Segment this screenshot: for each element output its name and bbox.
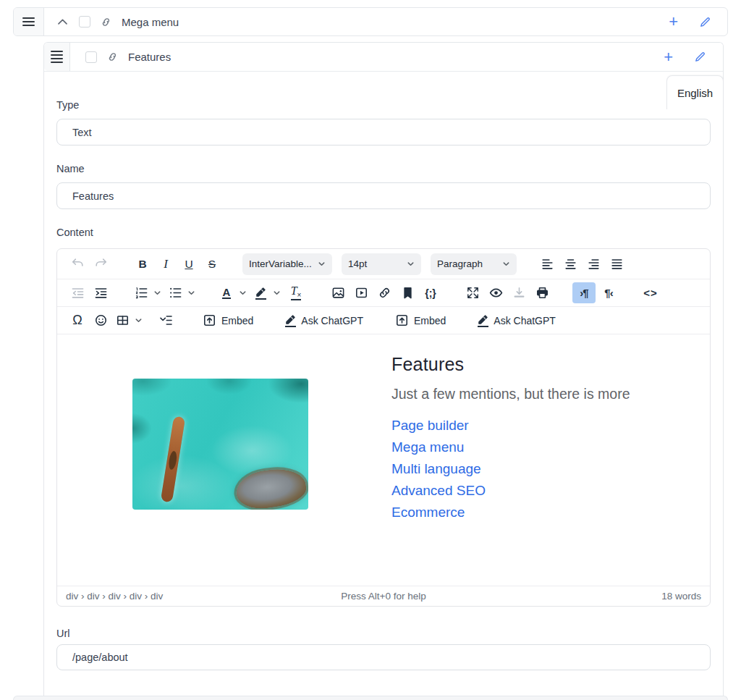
edit-button[interactable] <box>695 16 716 28</box>
table-combo <box>112 310 145 331</box>
strikethrough-icon: S <box>208 258 216 271</box>
pencil-icon <box>699 16 711 28</box>
element-path[interactable]: div › div › div › div › div <box>66 591 261 602</box>
align-left-button[interactable] <box>535 253 559 274</box>
media-icon <box>355 286 368 300</box>
font-family-select[interactable]: InterVariable... <box>242 253 332 275</box>
word-count[interactable]: 18 words <box>506 591 701 602</box>
code-sample-button[interactable]: {;} <box>419 282 442 303</box>
italic-button[interactable]: I <box>154 253 177 274</box>
ask-chatgpt-button-2[interactable]: Ask ChatGPT <box>471 310 562 331</box>
embed-icon <box>203 313 216 327</box>
bullet-list-dropdown[interactable] <box>185 289 198 297</box>
block-format-select[interactable]: Paragraph <box>431 253 517 275</box>
outdent-button[interactable] <box>66 282 89 303</box>
clear-formatting-button[interactable]: T× <box>284 282 308 303</box>
italic-icon: I <box>164 257 168 271</box>
content-link-mega-menu[interactable]: Mega menu <box>391 437 464 458</box>
collapse-button[interactable] <box>56 15 69 29</box>
text-color-dropdown[interactable] <box>237 289 249 297</box>
pen-icon <box>478 314 488 327</box>
indent-button[interactable] <box>89 282 112 303</box>
content-link-ecommerce[interactable]: Ecommerce <box>391 502 465 523</box>
url-label: Url <box>56 628 711 639</box>
features-header-row: Features + <box>44 43 723 72</box>
drag-handle-icon <box>51 51 63 63</box>
highlight-pen-icon <box>255 287 266 300</box>
bullet-list-button[interactable] <box>165 282 185 303</box>
type-input[interactable]: Text <box>56 119 711 146</box>
add-child-button[interactable]: + <box>656 49 680 65</box>
undo-button[interactable] <box>66 253 89 274</box>
bullet-list-combo <box>165 282 198 303</box>
source-code-button[interactable]: <> <box>639 282 662 303</box>
print-button[interactable] <box>530 282 554 303</box>
chevron-up-icon <box>56 15 69 29</box>
content-photo-lagoon-boat[interactable] <box>132 379 308 510</box>
mega-menu-row-content: Mega menu + <box>44 8 727 35</box>
save-icon <box>512 286 526 300</box>
bookmark-icon <box>401 286 415 300</box>
save-button[interactable] <box>507 282 530 303</box>
ordered-list-dropdown[interactable] <box>151 289 164 297</box>
features-checkbox[interactable] <box>85 51 97 63</box>
align-right-button[interactable] <box>582 253 605 274</box>
ordered-list-button[interactable] <box>131 282 151 303</box>
content-subheading[interactable]: Just a few mentions, but there is more <box>391 386 630 402</box>
ltr-icon: ›¶ <box>580 287 588 299</box>
url-input[interactable]: /page/about <box>56 644 711 670</box>
bookmark-button[interactable] <box>396 282 419 303</box>
boat-shape <box>161 416 185 502</box>
content-link-advanced-seo[interactable]: Advanced SEO <box>391 480 486 502</box>
edit-button[interactable] <box>690 51 711 63</box>
next-menu-row-partial[interactable] <box>13 696 728 700</box>
align-center-button[interactable] <box>559 253 582 274</box>
emoji-button[interactable] <box>89 310 112 331</box>
rtl-button[interactable]: ¶‹ <box>597 282 620 303</box>
name-input[interactable]: Features <box>56 182 711 209</box>
embed-button-2[interactable]: Embed <box>389 310 452 331</box>
highlight-color-button[interactable] <box>250 282 271 303</box>
ordered-list-combo <box>131 282 164 303</box>
add-child-button[interactable]: + <box>661 14 685 30</box>
line-height-button[interactable] <box>154 310 177 331</box>
special-character-button[interactable]: Ω <box>66 310 89 331</box>
fullscreen-button[interactable] <box>461 282 484 303</box>
align-right-icon <box>587 257 601 271</box>
mega-menu-checkbox[interactable] <box>79 16 90 28</box>
editor-content-area[interactable]: Features Just a few mentions, but there … <box>57 334 710 586</box>
editor-statusbar: div › div › div › div › div Press Alt+0 … <box>57 586 710 606</box>
ltr-button[interactable]: ›¶ <box>572 282 596 303</box>
embed-button-1[interactable]: Embed <box>196 310 260 331</box>
bold-button[interactable]: B <box>131 253 154 274</box>
align-justify-button[interactable] <box>605 253 628 274</box>
type-label: Type <box>56 99 711 111</box>
ask-chatgpt-button-1[interactable]: Ask ChatGPT <box>279 310 370 331</box>
font-size-select[interactable]: 14pt <box>342 253 421 275</box>
table-button[interactable] <box>112 310 132 331</box>
line-height-icon <box>159 313 173 327</box>
insert-image-button[interactable] <box>326 282 350 303</box>
undo-icon <box>71 257 85 271</box>
language-tab-english[interactable]: English <box>666 75 724 109</box>
mega-menu-title: Mega menu <box>122 16 179 28</box>
text-color-button[interactable]: A <box>216 282 237 303</box>
content-link-multi-language[interactable]: Multi language <box>391 458 481 480</box>
drag-handle[interactable] <box>14 8 44 35</box>
chevron-down-icon <box>502 260 510 268</box>
content-heading[interactable]: Features <box>391 354 630 375</box>
redo-button[interactable] <box>89 253 112 274</box>
insert-media-button[interactable] <box>350 282 373 303</box>
preview-button[interactable] <box>484 282 507 303</box>
bullet-list-icon <box>169 286 182 300</box>
content-link-page-builder[interactable]: Page builder <box>391 415 469 437</box>
align-justify-icon <box>610 257 624 271</box>
table-dropdown[interactable] <box>132 316 145 324</box>
strikethrough-button[interactable]: S <box>200 253 224 274</box>
highlight-color-dropdown[interactable] <box>271 289 283 297</box>
drag-handle[interactable] <box>44 43 70 71</box>
underline-button[interactable]: U <box>177 253 200 274</box>
toolbar-row-3: Ω Embed Ask Ch <box>57 307 710 334</box>
insert-link-button[interactable] <box>373 282 396 303</box>
rtl-icon: ¶‹ <box>604 287 612 299</box>
